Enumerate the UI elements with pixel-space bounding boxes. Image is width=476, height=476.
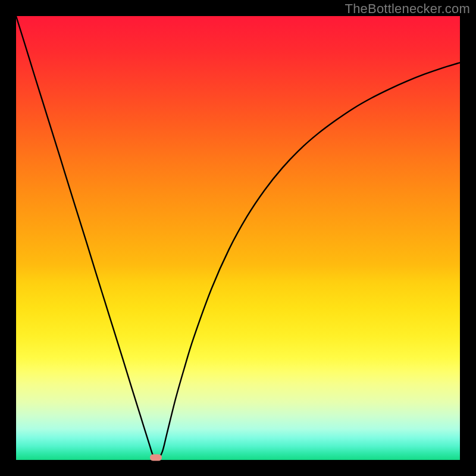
watermark-text: TheBottlenecker.com — [345, 1, 470, 17]
optimal-point-marker — [150, 455, 162, 461]
curve-svg — [16, 16, 460, 460]
chart-frame: TheBottlenecker.com — [0, 0, 476, 476]
plot-area — [16, 16, 460, 460]
bottleneck-curve — [16, 16, 460, 459]
